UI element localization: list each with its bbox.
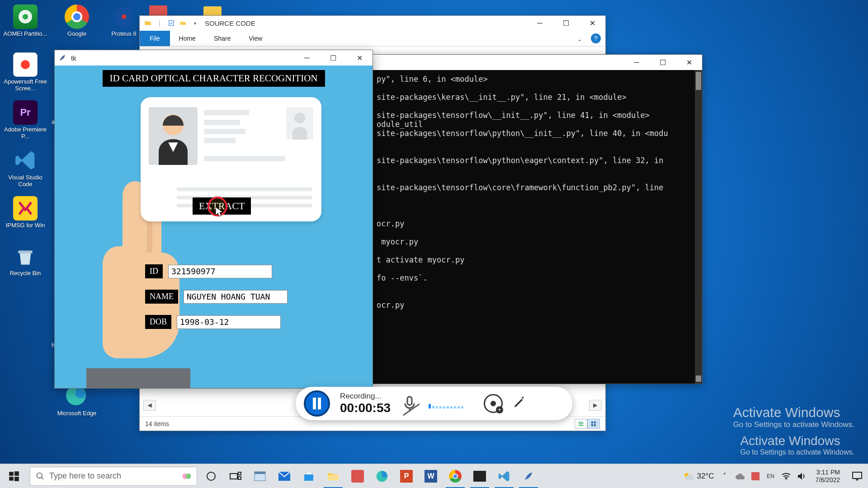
taskbar-app-generic[interactable] bbox=[345, 464, 370, 488]
extract-button[interactable]: EXTRACT bbox=[193, 197, 251, 215]
desktop-icon-aomei[interactable]: AOMEI Partitio... bbox=[3, 5, 48, 50]
minimize-button[interactable]: ─ bbox=[294, 51, 320, 65]
qat-newfolder-icon[interactable] bbox=[178, 18, 189, 28]
svg-rect-22 bbox=[14, 471, 19, 476]
ribbon-tab-home[interactable]: Home bbox=[170, 31, 205, 46]
close-button[interactable]: ✕ bbox=[346, 51, 373, 65]
id-field[interactable] bbox=[168, 265, 272, 278]
pause-button[interactable] bbox=[304, 390, 330, 417]
taskbar-app-store[interactable] bbox=[297, 464, 321, 488]
taskbar-taskview[interactable] bbox=[223, 464, 248, 488]
taskbar-app-powerpoint[interactable]: P bbox=[394, 464, 419, 488]
svg-rect-17 bbox=[313, 398, 316, 409]
ribbon-collapse-icon[interactable]: ⌄ bbox=[573, 33, 586, 46]
tray-expand-icon[interactable]: ˄ bbox=[720, 471, 730, 481]
terminal-scrollbar[interactable] bbox=[695, 70, 702, 384]
camera-dot-icon bbox=[489, 399, 497, 408]
maximize-button[interactable]: ☐ bbox=[650, 55, 676, 70]
system-tray: 32°C ˄ EN 3:11 PM 7/6/2022 bbox=[683, 468, 868, 484]
svg-rect-24 bbox=[14, 477, 19, 481]
tray-onedrive-icon[interactable] bbox=[735, 471, 745, 481]
maximize-button[interactable]: ☐ bbox=[320, 51, 346, 65]
tray-clock[interactable]: 3:11 PM 7/6/2022 bbox=[812, 469, 844, 483]
search-highlight-icon bbox=[182, 468, 191, 484]
terminal-output[interactable]: py", line 6, in <module> site-packages\k… bbox=[373, 70, 695, 384]
taskbar-app-explorer[interactable] bbox=[248, 464, 272, 488]
qat-dropdown-icon[interactable]: ▾ bbox=[189, 18, 200, 28]
ribbon-tab-share[interactable]: Share bbox=[205, 31, 240, 46]
desktop-icon-label: Adobe Premiere P... bbox=[3, 127, 48, 140]
start-button[interactable] bbox=[0, 464, 28, 488]
name-label: NAME bbox=[145, 290, 178, 304]
close-button[interactable]: ✕ bbox=[676, 55, 702, 70]
view-icons-button[interactable] bbox=[587, 419, 600, 429]
svg-point-37 bbox=[785, 478, 787, 479]
app-banner: ID CARD OPTICAL CHARACTER RECOGNITION bbox=[102, 70, 325, 87]
taskbar-app-chrome[interactable] bbox=[443, 464, 467, 488]
minimize-button[interactable]: ─ bbox=[623, 55, 650, 70]
taskbar-app-vscode[interactable] bbox=[492, 464, 516, 488]
desktop-icon-ipmsg[interactable]: IPMSG for Win bbox=[3, 196, 48, 241]
desktop-icon-premiere[interactable]: Pr Adobe Premiere P... bbox=[3, 100, 48, 145]
svg-rect-23 bbox=[9, 477, 14, 481]
tray-app-icon[interactable] bbox=[750, 471, 760, 481]
windows-logo-icon bbox=[8, 470, 20, 482]
screen-recorder-toolbar[interactable]: Recording... 00:00:53 + bbox=[296, 387, 572, 420]
nav-back-button[interactable]: ◄ bbox=[143, 400, 156, 411]
taskbar-app-mail[interactable] bbox=[272, 464, 297, 488]
annotate-button[interactable] bbox=[513, 395, 526, 412]
tk-title-bar[interactable]: tk ─ ☐ ✕ bbox=[55, 50, 373, 66]
webcam-button[interactable]: + bbox=[484, 394, 503, 413]
close-button[interactable]: ✕ bbox=[579, 16, 605, 30]
name-field[interactable] bbox=[184, 290, 288, 304]
tray-notifications[interactable] bbox=[849, 468, 865, 484]
edge-icon bbox=[376, 470, 388, 483]
terminal-title-bar[interactable]: ─ ☐ ✕ bbox=[373, 55, 702, 70]
weather-temp: 32°C bbox=[697, 472, 714, 481]
mic-muted-button[interactable] bbox=[401, 394, 419, 413]
svg-rect-19 bbox=[407, 397, 412, 405]
svg-rect-9 bbox=[591, 421, 593, 423]
desktop-icon-chrome[interactable]: Google bbox=[54, 5, 99, 38]
svg-point-20 bbox=[491, 401, 496, 406]
ribbon-tab-view[interactable]: View bbox=[240, 31, 271, 46]
scrollbar-thumb[interactable] bbox=[696, 72, 701, 90]
view-details-button[interactable] bbox=[575, 419, 587, 429]
scrollbar-thumb[interactable] bbox=[696, 375, 701, 382]
clock-time: 3:11 PM bbox=[816, 469, 840, 476]
tk-title: tk bbox=[71, 54, 76, 62]
ribbon-tab-file[interactable]: File bbox=[140, 31, 170, 46]
taskbar-search[interactable]: Type here to search bbox=[30, 467, 197, 486]
desktop-icon-recycle-bin[interactable]: Recycle Bin bbox=[3, 244, 48, 289]
dob-field[interactable] bbox=[177, 315, 281, 329]
tray-weather[interactable]: 32°C bbox=[683, 471, 714, 481]
taskbar-app-fileexplorer[interactable] bbox=[321, 464, 345, 488]
taskbar-cortana[interactable] bbox=[199, 464, 223, 488]
explorer-ribbon: File Home Share View ⌄ ? bbox=[140, 30, 605, 47]
taskbar-app-terminal[interactable] bbox=[467, 464, 492, 488]
taskbar-app-edge[interactable] bbox=[370, 464, 394, 488]
clock-date: 7/6/2022 bbox=[816, 476, 840, 483]
tray-locale-icon[interactable]: EN bbox=[766, 471, 776, 481]
maximize-button[interactable]: ☐ bbox=[553, 16, 579, 30]
qat-divider: | bbox=[154, 18, 165, 28]
help-icon[interactable]: ? bbox=[591, 33, 601, 43]
activate-windows-watermark: Activate Windows Go to Settings to activ… bbox=[733, 405, 854, 429]
explorer-title-bar[interactable]: | ▾ SOURCE CODE ─ ☐ ✕ bbox=[140, 16, 605, 30]
tray-wifi-icon[interactable] bbox=[781, 471, 791, 481]
minimize-button[interactable]: ─ bbox=[527, 16, 553, 30]
desktop-icon-edge[interactable]: Microsoft Edge bbox=[54, 384, 99, 417]
store-icon bbox=[303, 470, 315, 482]
desktop-icon-vscode[interactable]: Visual Studio Code bbox=[3, 148, 48, 193]
desktop-icon-apowersoft[interactable]: Apowersoft Free Scree... bbox=[3, 52, 48, 98]
nav-forward-button[interactable]: ► bbox=[589, 400, 602, 411]
tk-feather-icon bbox=[523, 471, 534, 482]
svg-rect-38 bbox=[853, 472, 862, 479]
tray-volume-icon[interactable] bbox=[797, 471, 807, 481]
pause-icon bbox=[312, 398, 322, 409]
desktop-icon-label: IPMSG for Win bbox=[6, 222, 45, 229]
taskbar-app-word[interactable]: W bbox=[419, 464, 443, 488]
taskbar-app-python[interactable] bbox=[516, 464, 541, 488]
qat-properties-icon[interactable] bbox=[166, 18, 177, 28]
disk-icon bbox=[17, 9, 33, 25]
